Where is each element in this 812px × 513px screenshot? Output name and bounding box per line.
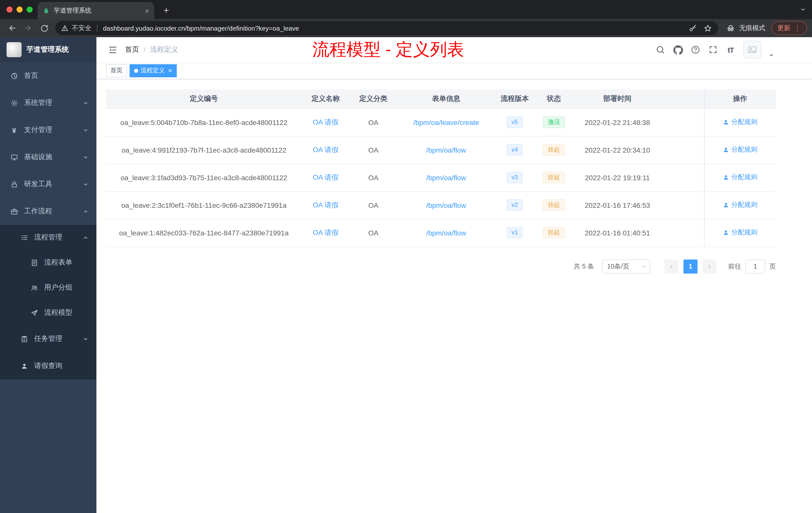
close-window-button[interactable] bbox=[6, 6, 12, 12]
sidebar-item-task-mgmt[interactable]: 任务管理 bbox=[0, 325, 96, 352]
sidebar-item-label: 流程模型 bbox=[44, 308, 72, 317]
definition-name-link[interactable]: OA 请假 bbox=[313, 118, 339, 126]
sidebar-item-label: 用户分组 bbox=[44, 283, 72, 292]
assign-rule-link[interactable]: 分配规则 bbox=[723, 118, 757, 127]
caret-down-icon[interactable] bbox=[769, 41, 774, 59]
sidebar-item-process-form[interactable]: 流程表单 bbox=[0, 250, 96, 275]
back-icon[interactable] bbox=[5, 21, 19, 35]
sidebar-item-label: 工作流程 bbox=[24, 207, 52, 216]
window-controls bbox=[0, 6, 41, 12]
cell-definition-id: oa_leave:3:1fad3d93-7b75-11ec-a3c8-acde4… bbox=[106, 163, 302, 191]
cell-definition-id: oa_leave:1:482ec033-762a-11ec-8477-a2380… bbox=[106, 219, 302, 246]
list-icon bbox=[20, 233, 28, 241]
sidebar-item-infra[interactable]: 基础设施 bbox=[0, 144, 96, 171]
page-size-select[interactable]: 10条/页 bbox=[602, 259, 650, 273]
tag-close-icon[interactable]: × bbox=[168, 67, 172, 74]
font-size-icon[interactable]: tT bbox=[726, 45, 736, 55]
goto-page-input[interactable] bbox=[745, 259, 765, 273]
status-badge: 挂起 bbox=[543, 199, 565, 211]
new-tab-button[interactable]: + bbox=[160, 4, 173, 17]
form-link[interactable]: /bpm/oa/flow bbox=[426, 174, 466, 181]
definition-name-link[interactable]: OA 请假 bbox=[313, 173, 339, 181]
assign-rule-link[interactable]: 分配规则 bbox=[723, 228, 757, 237]
cell-spacer bbox=[661, 163, 704, 191]
version-badge: v4 bbox=[506, 144, 523, 156]
column-definition-name: 定义名称 bbox=[302, 89, 349, 109]
zoom-window-button[interactable] bbox=[27, 6, 33, 12]
hamburger-icon[interactable] bbox=[96, 45, 125, 55]
browser-menu-icon[interactable]: ⋮ bbox=[794, 25, 801, 32]
url-bar[interactable]: 不安全 dashboard.yudao.iocoder.cn/bpm/manag… bbox=[55, 21, 718, 35]
chevron-up-icon bbox=[83, 209, 88, 214]
browser-update-button[interactable]: 更新 ⋮ bbox=[771, 21, 807, 35]
sidebar-item-system[interactable]: 系统管理 bbox=[0, 89, 96, 117]
sidebar-item-workflow[interactable]: 工作流程 bbox=[0, 198, 96, 225]
avatar[interactable] bbox=[743, 41, 761, 59]
chevron-down-icon bbox=[83, 154, 88, 160]
assign-rule-link[interactable]: 分配规则 bbox=[723, 173, 757, 182]
cell-spacer bbox=[661, 219, 704, 246]
search-icon[interactable] bbox=[655, 45, 665, 55]
version-badge: v5 bbox=[506, 117, 523, 128]
password-key-icon[interactable] bbox=[689, 24, 697, 32]
sidebar-item-user-group[interactable]: 用户分组 bbox=[0, 275, 96, 300]
chevron-down-icon bbox=[83, 181, 88, 187]
sidebar-item-label: 研发工具 bbox=[24, 180, 52, 189]
definition-name-link[interactable]: OA 请假 bbox=[313, 201, 339, 209]
column-operation: 操作 bbox=[704, 89, 776, 109]
pagination: 共 5 条 10条/页 1 前往 页 bbox=[106, 259, 776, 273]
user-icon bbox=[723, 147, 729, 153]
assign-rule-link[interactable]: 分配规则 bbox=[723, 145, 757, 154]
security-warning-icon bbox=[61, 25, 68, 32]
page-number-1[interactable]: 1 bbox=[684, 259, 697, 273]
minimize-window-button[interactable] bbox=[17, 6, 23, 12]
status-badge: 挂起 bbox=[543, 144, 565, 156]
fullscreen-icon[interactable] bbox=[708, 45, 718, 55]
definition-name-link[interactable]: OA 请假 bbox=[313, 228, 339, 236]
bookmark-star-icon[interactable] bbox=[703, 24, 712, 32]
prev-page-button[interactable] bbox=[664, 259, 678, 273]
breadcrumb-home[interactable]: 首页 bbox=[125, 45, 139, 54]
status-badge: 激活 bbox=[543, 117, 565, 128]
tab-search-icon[interactable] bbox=[800, 6, 806, 12]
sidebar-item-home[interactable]: 首页 bbox=[0, 62, 96, 89]
form-link[interactable]: /bpm/oa/flow bbox=[426, 146, 466, 154]
yen-icon: ¥ bbox=[10, 126, 18, 134]
cell-deploy-time: 2022-01-16 01:40:51 bbox=[574, 219, 661, 246]
form-link[interactable]: /bpm/oa/leave/create bbox=[413, 118, 479, 126]
tag-label: 首页 bbox=[111, 66, 122, 75]
sidebar-item-payment[interactable]: ¥ 支付管理 bbox=[0, 117, 96, 144]
tab-close-icon[interactable]: × bbox=[145, 7, 149, 14]
sidebar-item-label: 基础设施 bbox=[24, 153, 52, 162]
next-page-button[interactable] bbox=[702, 259, 717, 273]
definition-name-link[interactable]: OA 请假 bbox=[313, 145, 339, 153]
tag-home[interactable]: 首页 bbox=[106, 64, 127, 77]
column-process-version: 流程版本 bbox=[495, 89, 534, 109]
logo-avatar bbox=[6, 42, 22, 57]
form-link[interactable]: /bpm/oa/flow bbox=[426, 229, 466, 237]
reload-icon[interactable] bbox=[37, 21, 51, 35]
sidebar-item-leave-query[interactable]: 请假查询 bbox=[0, 352, 96, 380]
sidebar-item-label: 系统管理 bbox=[24, 98, 52, 108]
form-link[interactable]: /bpm/oa/flow bbox=[426, 201, 466, 209]
sidebar-item-process-mgmt[interactable]: 流程管理 bbox=[0, 225, 96, 250]
table-row: oa_leave:5:004b710b-7b8a-11ec-8ef0-acde4… bbox=[106, 109, 776, 136]
users-icon bbox=[30, 283, 38, 292]
send-icon bbox=[30, 309, 38, 317]
sidebar-item-process-model[interactable]: 流程模型 bbox=[0, 300, 96, 325]
assign-rule-link[interactable]: 分配规则 bbox=[723, 201, 757, 210]
chevron-down-icon bbox=[642, 264, 647, 269]
sidebar-item-devtools[interactable]: 研发工具 bbox=[0, 171, 96, 198]
github-icon[interactable] bbox=[673, 45, 683, 55]
table-row: oa_leave:4:991f2193-7b7f-11ec-a3c8-acde4… bbox=[106, 136, 776, 163]
tag-process-definition[interactable]: 流程定义 × bbox=[129, 64, 176, 77]
version-badge: v3 bbox=[506, 172, 523, 183]
browser-tab[interactable]: 芋道管理系统 × bbox=[38, 2, 154, 19]
chevron-down-icon bbox=[83, 127, 88, 133]
forward-icon[interactable] bbox=[21, 21, 35, 35]
breadcrumb: 首页 / 流程定义 bbox=[125, 45, 178, 54]
question-icon[interactable] bbox=[691, 45, 700, 55]
table-row: oa_leave:1:482ec033-762a-11ec-8477-a2380… bbox=[106, 219, 776, 246]
column-status: 状态 bbox=[534, 89, 574, 109]
chevron-down-icon bbox=[83, 100, 88, 105]
